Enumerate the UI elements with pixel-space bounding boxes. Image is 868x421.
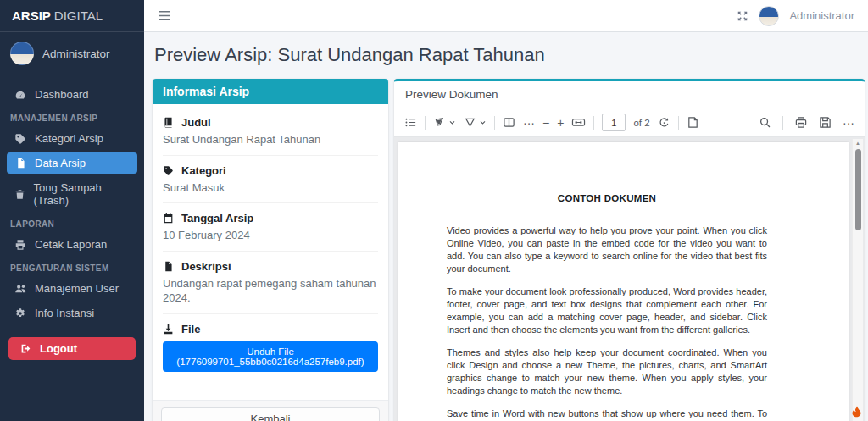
content: Preview Arsip: Surat Undangan Rapat Tahu… [144,32,868,421]
sidebar-item-label: Manajemen User [35,282,119,295]
field-judul: Judul Surat Undangan Rapat Tahunan [163,108,378,156]
chevron-down-icon [479,119,487,126]
toolbar-divider [782,116,783,130]
chevron-down-icon [448,119,456,126]
sidebar-item-tong-sampah[interactable]: Tong Sampah (Trash) [7,177,137,211]
document-heading: CONTOH DOKUMEN [447,193,767,203]
informasi-arsip-body: Judul Surat Undangan Rapat Tahunan Kateg… [153,104,388,400]
debugbar-flame-icon[interactable] [850,404,863,418]
informasi-arsip-card: Informasi Arsip Judul Surat Undangan Rap… [153,79,388,421]
fullscreen-icon[interactable] [737,10,748,22]
topbar-right: Administrator [737,6,854,26]
users-icon [14,282,27,295]
download-file-button[interactable]: Unduh File (1776099701_55bb0c0216d4a257f… [163,341,378,372]
page-view-icon[interactable] [503,116,515,129]
more-options-ellipsis-icon[interactable]: ··· [843,117,854,129]
page-thumbnail-icon[interactable] [687,116,699,129]
field-deskripsi: Deskripsi Undangan rapat pemegang saham … [163,252,378,314]
toolbar-divider [593,116,594,130]
zoom-in-button[interactable]: + [557,117,564,129]
informasi-arsip-header: Informasi Arsip [153,79,388,104]
sidebar-item-manajemen-user[interactable]: Manajemen User [7,278,137,299]
sidebar-section-manajemen-arsip: MANAJEMEN ARSIP [10,114,134,123]
document-paragraph: Themes and styles also help keep your do… [447,346,767,397]
brand-bold: ARSIP [12,8,51,23]
sidebar-user-name: Administrator [42,47,110,60]
back-button[interactable]: Kembali [161,407,380,421]
tags-icon [14,133,27,145]
field-tanggal-arsip: Tanggal Arsip 10 February 2024 [163,203,378,252]
pdf-toolbar: ··· − + of 2 [394,108,865,137]
sidebar-item-data-arsip[interactable]: Data Arsip [7,152,137,174]
sidebar-item-label: Cetak Laporan [35,238,107,251]
fit-width-icon[interactable] [571,116,586,129]
file-text-icon [163,261,175,272]
sidebar-item-dashboard[interactable]: Dashboard [7,84,137,105]
field-kategori-label: Kategori [181,164,226,177]
topbar: Administrator [144,0,868,32]
document-paragraph: Save time in Word with new buttons that … [447,407,767,421]
dashboard-icon [14,89,27,101]
field-file-label: File [181,323,200,335]
sidebar-item-info-instansi[interactable]: Info Instansi [7,302,137,324]
topbar-avatar[interactable] [759,6,779,26]
field-judul-label: Judul [181,116,211,129]
highlight-tool-button[interactable] [433,116,456,129]
sidebar-item-label: Kategori Arsip [35,132,103,145]
zoom-out-button[interactable]: − [542,117,549,129]
page-count-label: of 2 [633,118,649,128]
field-file: File Unduh File (1776099701_55bb0c0216d4… [163,314,378,391]
calendar-icon [163,213,175,224]
sidebar-item-label: Tong Sampah (Trash) [34,181,131,207]
field-tanggal-label: Tanggal Arsip [181,212,253,224]
print-icon[interactable] [794,116,808,129]
book-icon [163,117,175,128]
field-deskripsi-label: Deskripsi [181,260,231,273]
download-icon [163,324,175,335]
sidebar-user-panel[interactable]: Administrator [0,32,144,75]
document-page: CONTOH DOKUMEN Video provides a powerful… [398,142,849,421]
toolbar-divider [425,116,426,130]
sidebar-toggle-icon[interactable] [158,10,170,21]
logout-icon [20,343,31,354]
preview-dokumen-header: Preview Dokumen [394,81,865,108]
scrollbar-thumb[interactable] [855,149,861,230]
sidebar-item-kategori-arsip[interactable]: Kategori Arsip [7,128,137,149]
scroll-up-arrow-icon[interactable]: ▲ [855,141,860,146]
field-judul-value: Surat Undangan Rapat Tahunan [163,132,378,147]
save-download-icon[interactable] [819,116,832,129]
topbar-user-name[interactable]: Administrator [789,9,854,22]
field-deskripsi-value: Undangan rapat pemegang saham tahunan 20… [163,276,378,306]
viewer-scrollbar[interactable]: ▲ [852,139,863,421]
tags-icon [163,165,175,176]
field-tanggal-value: 10 February 2024 [163,228,378,243]
shape-tool-button[interactable] [464,116,487,129]
field-kategori-value: Surat Masuk [163,180,378,196]
page-number-input[interactable] [602,114,626,131]
gears-icon [14,307,27,319]
user-avatar [10,42,34,65]
sidebar-item-label: Info Instansi [35,307,94,319]
logout-button[interactable]: Logout [8,337,136,360]
rotate-page-icon[interactable] [658,116,670,129]
search-icon[interactable] [759,116,771,129]
sidebar: ARSIP DIGITAL Administrator Dashboard MA… [0,0,144,421]
preview-dokumen-card: Preview Dokumen [394,79,865,421]
brand-logo[interactable]: ARSIP DIGITAL [0,0,144,32]
sidebar-nav: Dashboard MANAJEMEN ARSIP Kategori Arsip… [0,75,144,368]
informasi-arsip-footer: Kembali [153,400,388,421]
sidebar-item-label: Dashboard [35,88,89,101]
toolbar-divider [494,116,495,130]
brand-light: DIGITAL [54,8,103,23]
sidebar-item-cetak-laporan[interactable]: Cetak Laporan [7,234,137,255]
field-kategori: Kategori Surat Masuk [163,156,378,204]
thumbnails-panel-icon[interactable] [404,116,417,129]
pdf-viewer: CONTOH DOKUMEN Video provides a powerful… [394,137,865,421]
toolbar-right-group: ··· [759,116,854,130]
printer-icon [14,239,27,251]
view-options-ellipsis-icon[interactable]: ··· [523,117,535,129]
sidebar-item-label: Data Arsip [35,157,86,169]
document-paragraph: Video provides a powerful way to help yo… [447,224,767,275]
trash-icon [14,189,26,200]
sidebar-section-pengaturan-sistem: PENGATURAN SISTEM [10,263,134,273]
